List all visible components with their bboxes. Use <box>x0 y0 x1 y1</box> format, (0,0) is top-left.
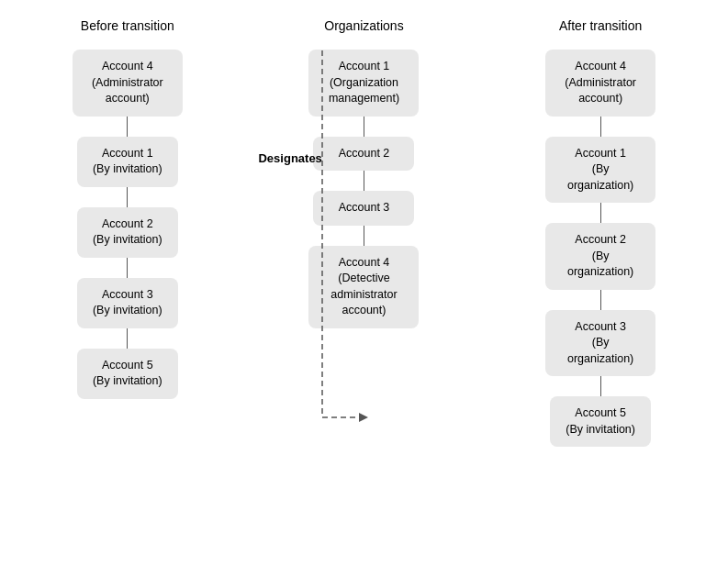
org-acc3-box: Account 3 <box>313 191 414 226</box>
before-acc5-box: Account 5 (By invitation) <box>77 349 178 399</box>
after-acc4-box: Account 4 (Administrator account) <box>545 50 655 117</box>
svg-marker-2 <box>359 413 368 422</box>
before-title: Before transition <box>81 18 174 33</box>
after-connector-v2 <box>600 203 601 223</box>
orgs-title: Organizations <box>324 18 403 33</box>
before-acc3-box: Account 3 (By invitation) <box>77 278 178 328</box>
org-acc4-line2: (Detective administrator account) <box>330 272 397 316</box>
after-acc1-box: Account 1 (By organization) <box>545 137 655 204</box>
designates-label: Designates <box>258 151 321 165</box>
org-acc2-line1: Account 2 <box>339 147 390 160</box>
before-acc2-box: Account 2 (By invitation) <box>77 207 178 258</box>
before-acc2-line2: (By invitation) <box>93 233 162 246</box>
after-connector-v1 <box>600 117 601 137</box>
org-acc1-line1: Account 1 <box>339 60 390 72</box>
after-acc1-line2: (By organization) <box>567 162 633 192</box>
before-acc5-line1: Account 5 <box>102 359 153 372</box>
before-column: Before transition Account 4 (Administrat… <box>73 18 183 399</box>
after-acc3-box: Account 3 (By organization) <box>545 310 655 377</box>
after-column: After transition Account 4 (Administrato… <box>545 18 655 447</box>
before-acc1-line1: Account 1 <box>102 147 153 160</box>
after-connector-v3 <box>600 290 601 310</box>
before-acc4-line2: (Administrator account) <box>92 76 163 105</box>
before-acc5-line2: (By invitation) <box>93 374 162 387</box>
after-acc3-line2: (By organization) <box>567 336 633 365</box>
orgs-column: Organizations Designates Account 1 (Orga… <box>308 18 419 328</box>
connector-v2 <box>127 187 128 207</box>
connector-v3 <box>127 258 128 278</box>
org-acc3-line1: Account 3 <box>339 201 390 214</box>
org-connector-v2 <box>364 171 364 191</box>
connector-v4 <box>127 328 128 349</box>
before-acc4-box: Account 4 (Administrator account) <box>73 50 183 117</box>
before-acc2-line1: Account 2 <box>102 217 153 230</box>
before-acc3-line2: (By invitation) <box>93 304 162 316</box>
org-connector-v1 <box>364 117 364 137</box>
org-acc1-line2: (Organization management) <box>329 76 399 105</box>
diagram: Before transition Account 4 (Administrat… <box>0 0 728 577</box>
after-acc4-line2: (Administrator account) <box>565 76 636 105</box>
before-acc1-box: Account 1 (By invitation) <box>77 137 178 187</box>
before-acc1-line2: (By invitation) <box>93 162 162 175</box>
after-acc5-line2: (By invitation) <box>566 423 635 436</box>
org-connector-v3 <box>364 226 364 246</box>
after-connector-v4 <box>600 376 601 396</box>
before-acc3-line1: Account 3 <box>102 288 153 301</box>
after-acc1-line1: Account 1 <box>575 147 626 160</box>
after-acc2-line2: (By organization) <box>567 250 633 279</box>
org-acc2-box: Account 2 <box>313 137 414 172</box>
connector-v1 <box>127 117 128 137</box>
after-title: After transition <box>559 18 642 33</box>
org-acc4-line1: Account 4 <box>339 256 390 269</box>
after-acc4-line1: Account 4 <box>575 60 626 72</box>
before-acc4-line1: Account 4 <box>102 60 153 72</box>
after-acc2-box: Account 2 (By organization) <box>545 223 655 290</box>
org-acc4-box: Account 4 (Detective administrator accou… <box>308 246 419 328</box>
after-acc3-line1: Account 3 <box>575 320 626 333</box>
after-acc2-line1: Account 2 <box>575 233 626 246</box>
after-acc5-line1: Account 5 <box>575 406 626 419</box>
org-acc1-box: Account 1 (Organization management) <box>308 50 419 117</box>
after-acc5-box: Account 5 (By invitation) <box>550 396 651 447</box>
